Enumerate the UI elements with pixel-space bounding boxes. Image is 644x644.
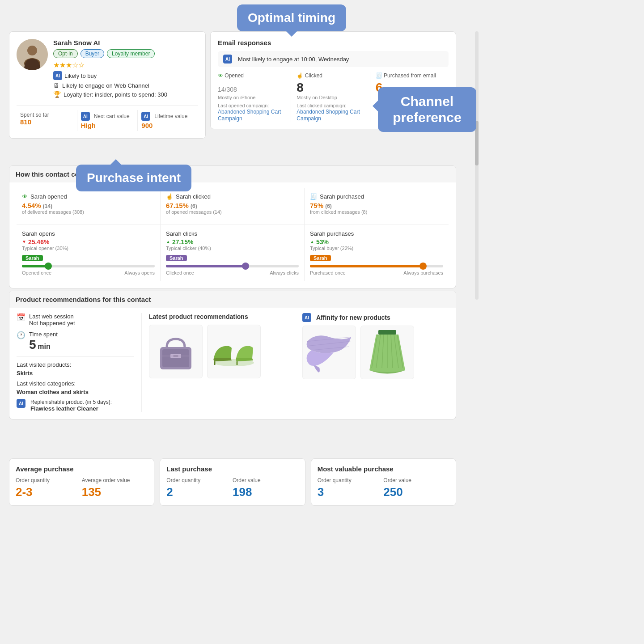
last-clicked-label: Last clicked campaign: (297, 103, 364, 108)
product-left: 📅 Last web session Not happened yet 🕐 Ti… (17, 313, 142, 412)
avg-val-label: Average order value (82, 477, 144, 483)
calendar-icon: 📅 (17, 313, 25, 322)
channel-icon: 🖥 (53, 82, 59, 89)
opens-pct: ▼25.46% (22, 238, 49, 246)
lifetime-header: AI Lifetime value (141, 112, 195, 121)
badge-optin: Opt-in (53, 49, 78, 58)
affinity-header: AI Affinity for new products (302, 313, 449, 322)
ai-icon-affinity: AI (302, 313, 311, 322)
channel-preference-tooltip: Channel preference (378, 87, 476, 132)
opens-slider-section: Sarah opens ▼25.46% Typical opener (30%)… (17, 225, 161, 281)
last-categories-value: Woman clothes and skirts (17, 389, 134, 395)
avg-qty-value: 2-3 (16, 485, 77, 499)
scrollbar[interactable] (475, 31, 479, 300)
last-visited-products-label: Last visited products: (17, 361, 134, 368)
last-val-label: Order value (233, 477, 294, 483)
last-val-value: 198 (233, 485, 294, 499)
purchases-endpoints: Purchased once Always purchases (310, 270, 443, 275)
clicks-slider-label: Sarah clicks (166, 230, 299, 237)
engage-text: Most likely to engage at 10:00, Wednesda… (238, 56, 349, 63)
opens-typical: Typical opener (30%) (22, 246, 155, 251)
how-sliders-row: Sarah opens ▼25.46% Typical opener (30%)… (17, 225, 449, 281)
clicks-slider-section: Sarah clicks ▲27.15% Typical clicker (40… (161, 225, 305, 281)
most-valuable-card: Most valuable purchase Order quantity 3 … (311, 458, 456, 506)
web-session-label: Last web session (29, 313, 75, 320)
purchases-tag: Sarah (310, 255, 331, 261)
ai-icon-replenish: AI (17, 399, 25, 408)
last-qty-label: Order quantity (166, 477, 228, 483)
next-cart-value: High (81, 122, 134, 129)
product-img-heels (207, 325, 261, 378)
how-col-opened: 👁 Sarah opened 4.54% (14) of delivered m… (17, 188, 161, 225)
clicks-track (166, 265, 299, 267)
affinity-img-skirt (360, 326, 414, 379)
opened-device: Mostly on iPhone (218, 95, 285, 100)
optimal-timing-tooltip: Optimal timing (237, 4, 346, 31)
email-header: Email responses (218, 39, 449, 47)
last-qty-value: 2 (166, 485, 228, 499)
badge-buyer: Buyer (80, 49, 104, 58)
avg-qty-label: Order quantity (16, 477, 77, 483)
last-clicked-campaign[interactable]: Abandoned Shopping Cart Campaign (297, 109, 360, 122)
badge-row: Opt-in Buyer Loyalty member (53, 49, 198, 58)
ai-icon-engage: AI (223, 55, 232, 64)
spent-label: Spent so far (20, 112, 73, 118)
most-qty-label: Order quantity (318, 477, 379, 483)
web-session-value: Not happened yet (29, 320, 75, 326)
ai-icon-3: AI (141, 112, 150, 121)
last-opened-label: Last opened campaign: (218, 103, 285, 108)
ai-icon: AI (53, 71, 62, 80)
svg-rect-14 (378, 330, 396, 335)
last-qty-stat: Order quantity 2 (166, 477, 233, 499)
next-cart-stat: AI Next cart value High (77, 110, 138, 131)
last-opened-campaign[interactable]: Abandoned Shopping Cart Campaign (218, 109, 281, 122)
purchases-track (310, 265, 443, 267)
last-categories-label: Last visited categories: (17, 380, 134, 387)
product-images (149, 325, 288, 378)
replenish-label: Replenishable product (in 5 days): (30, 399, 112, 405)
product-card: Product recommendations for this contact… (9, 291, 456, 419)
how-grid: 👁 Sarah opened 4.54% (14) of delivered m… (17, 188, 449, 225)
eye-icon: 👁 (22, 193, 28, 200)
profile-card: Sarah Snow AI Opt-in Buyer Loyalty membe… (9, 31, 206, 139)
opens-slider-label: Sarah opens (22, 230, 155, 237)
clicks-endpoints: Clicked once Always clicks (166, 270, 299, 275)
clicked-num: 8 (297, 80, 364, 95)
purchases-typical: Typical buyer (22%) (310, 246, 443, 251)
product-middle: Latest product recommendations (142, 313, 295, 412)
how-col-clicked: ☝ Sarah clicked 67.15% (6) of opened mes… (161, 188, 305, 225)
bottom-purchase-row: Average purchase Order quantity 2-3 Aver… (9, 458, 456, 506)
lifetime-value: 900 (141, 122, 195, 129)
clicks-pct: ▲27.15% (166, 238, 193, 246)
avg-val-value: 135 (82, 485, 144, 499)
latest-products-title: Latest product recommendations (149, 313, 288, 320)
time-spent-row: 🕐 Time spent 5 min (17, 331, 134, 352)
purchases-slider-label: Sarah purchases (310, 230, 443, 237)
most-qty-value: 3 (318, 485, 379, 499)
avatar (17, 39, 48, 70)
profile-stats: Spent so far 810 AI Next cart value High… (17, 105, 198, 131)
svg-point-1 (27, 46, 37, 55)
purchase-intent-tooltip: Purchase intent (76, 165, 191, 191)
loyalty-tier: 🏆 Loyalty tier: insider, points to spend… (53, 91, 198, 98)
lifetime-label: Lifetime value (154, 113, 187, 119)
most-qty-stat: Order quantity 3 (318, 477, 384, 499)
product-right: AI Affinity for new products (295, 313, 449, 412)
last-purchase-title: Last purchase (166, 465, 298, 473)
clicked-device: Mostly on Desktop (297, 95, 364, 100)
last-val-stat: Order value 198 (233, 477, 299, 499)
bag-icon: 🧾 (310, 193, 317, 200)
next-cart-label: Next cart value (94, 113, 130, 119)
most-val-value: 250 (383, 485, 445, 499)
badge-loyalty: Loyalty member (107, 49, 155, 58)
clicked-label: ☝ Clicked (297, 72, 364, 79)
purchased-sub: from clicked messages (8) (310, 209, 443, 215)
how-col-purchased: 🧾 Sarah purchased 75% (6) from clicked m… (305, 188, 449, 225)
time-spent-label: Time spent (29, 331, 58, 338)
time-value: 5 (29, 338, 36, 352)
purchased-pct: 75% (6) (310, 202, 443, 209)
sarah-opened-label: Sarah opened (30, 193, 67, 200)
clicked-pct: 67.15% (6) (166, 202, 299, 209)
clock-icon: 🕐 (17, 331, 25, 339)
sarah-clicked-label: Sarah clicked (176, 193, 211, 200)
